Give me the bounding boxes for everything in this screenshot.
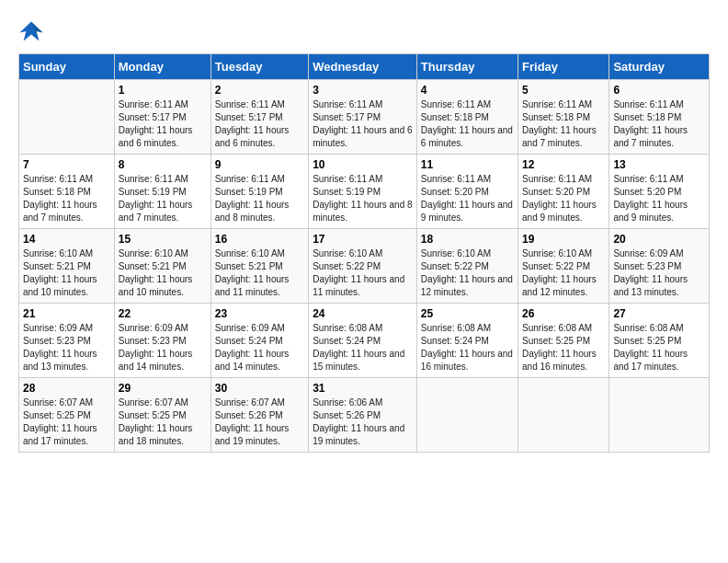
day-number: 12 <box>522 158 605 171</box>
calendar-cell: 26Sunrise: 6:08 AMSunset: 5:25 PMDayligh… <box>518 304 609 378</box>
day-number: 9 <box>215 158 304 171</box>
day-info: Sunrise: 6:10 AMSunset: 5:22 PMDaylight:… <box>421 247 514 299</box>
day-number: 23 <box>215 307 304 320</box>
day-number: 17 <box>313 233 413 246</box>
calendar-cell: 21Sunrise: 6:09 AMSunset: 5:23 PMDayligh… <box>19 304 115 378</box>
day-info: Sunrise: 6:07 AMSunset: 5:25 PMDaylight:… <box>23 396 110 448</box>
day-number: 6 <box>613 84 705 97</box>
day-info: Sunrise: 6:11 AMSunset: 5:17 PMDaylight:… <box>313 98 413 150</box>
day-info: Sunrise: 6:11 AMSunset: 5:17 PMDaylight:… <box>215 98 304 150</box>
day-info: Sunrise: 6:09 AMSunset: 5:23 PMDaylight:… <box>23 322 110 373</box>
day-number: 28 <box>23 382 110 395</box>
calendar-cell: 9Sunrise: 6:11 AMSunset: 5:19 PMDaylight… <box>210 155 308 229</box>
day-info: Sunrise: 6:11 AMSunset: 5:18 PMDaylight:… <box>613 98 705 150</box>
day-info: Sunrise: 6:07 AMSunset: 5:26 PMDaylight:… <box>215 396 304 448</box>
calendar-cell: 14Sunrise: 6:10 AMSunset: 5:21 PMDayligh… <box>19 229 115 304</box>
day-info: Sunrise: 6:10 AMSunset: 5:21 PMDaylight:… <box>119 247 207 299</box>
calendar-week-5: 28Sunrise: 6:07 AMSunset: 5:25 PMDayligh… <box>19 378 710 453</box>
calendar-cell: 18Sunrise: 6:10 AMSunset: 5:22 PMDayligh… <box>416 229 518 304</box>
calendar-cell: 22Sunrise: 6:09 AMSunset: 5:23 PMDayligh… <box>114 304 210 378</box>
day-number: 2 <box>215 84 304 97</box>
day-info: Sunrise: 6:10 AMSunset: 5:22 PMDaylight:… <box>522 247 605 299</box>
day-number: 20 <box>613 233 705 246</box>
day-info: Sunrise: 6:09 AMSunset: 5:23 PMDaylight:… <box>613 247 705 299</box>
day-info: Sunrise: 6:10 AMSunset: 5:21 PMDaylight:… <box>23 247 110 299</box>
day-number: 25 <box>421 307 514 320</box>
day-number: 29 <box>119 382 207 395</box>
day-info: Sunrise: 6:11 AMSunset: 5:18 PMDaylight:… <box>421 98 514 150</box>
day-info: Sunrise: 6:11 AMSunset: 5:17 PMDaylight:… <box>119 98 207 150</box>
calendar-cell: 19Sunrise: 6:10 AMSunset: 5:22 PMDayligh… <box>518 229 609 304</box>
calendar-cell: 4Sunrise: 6:11 AMSunset: 5:18 PMDaylight… <box>416 80 518 155</box>
weekday-header-thursday: Thursday <box>416 54 518 80</box>
calendar-cell: 5Sunrise: 6:11 AMSunset: 5:18 PMDaylight… <box>518 80 609 155</box>
day-info: Sunrise: 6:11 AMSunset: 5:20 PMDaylight:… <box>421 173 514 224</box>
logo-bird-icon <box>18 18 44 44</box>
day-info: Sunrise: 6:06 AMSunset: 5:26 PMDaylight:… <box>313 396 413 448</box>
day-info: Sunrise: 6:08 AMSunset: 5:25 PMDaylight:… <box>522 322 605 373</box>
day-number: 31 <box>313 382 413 395</box>
calendar-cell: 20Sunrise: 6:09 AMSunset: 5:23 PMDayligh… <box>609 229 710 304</box>
calendar-cell: 7Sunrise: 6:11 AMSunset: 5:18 PMDaylight… <box>19 155 115 229</box>
day-info: Sunrise: 6:10 AMSunset: 5:22 PMDaylight:… <box>313 247 413 299</box>
calendar-cell <box>19 80 115 155</box>
calendar-cell: 3Sunrise: 6:11 AMSunset: 5:17 PMDaylight… <box>309 80 417 155</box>
day-number: 18 <box>421 233 514 246</box>
calendar-week-4: 21Sunrise: 6:09 AMSunset: 5:23 PMDayligh… <box>19 304 710 378</box>
day-info: Sunrise: 6:10 AMSunset: 5:21 PMDaylight:… <box>215 247 304 299</box>
calendar-table: SundayMondayTuesdayWednesdayThursdayFrid… <box>18 53 710 453</box>
day-info: Sunrise: 6:11 AMSunset: 5:18 PMDaylight:… <box>522 98 605 150</box>
day-number: 8 <box>119 158 207 171</box>
day-number: 5 <box>522 84 605 97</box>
day-number: 1 <box>119 84 207 97</box>
day-info: Sunrise: 6:11 AMSunset: 5:20 PMDaylight:… <box>613 173 705 224</box>
weekday-header-saturday: Saturday <box>609 54 710 80</box>
day-number: 26 <box>522 307 605 320</box>
day-info: Sunrise: 6:11 AMSunset: 5:19 PMDaylight:… <box>215 173 304 224</box>
calendar-cell: 11Sunrise: 6:11 AMSunset: 5:20 PMDayligh… <box>416 155 518 229</box>
day-number: 11 <box>421 158 514 171</box>
day-info: Sunrise: 6:08 AMSunset: 5:24 PMDaylight:… <box>421 322 514 373</box>
calendar-cell: 6Sunrise: 6:11 AMSunset: 5:18 PMDaylight… <box>609 80 710 155</box>
calendar-cell: 12Sunrise: 6:11 AMSunset: 5:20 PMDayligh… <box>518 155 609 229</box>
day-number: 22 <box>119 307 207 320</box>
weekday-header-friday: Friday <box>518 54 609 80</box>
day-info: Sunrise: 6:08 AMSunset: 5:25 PMDaylight:… <box>613 322 705 373</box>
day-number: 15 <box>119 233 207 246</box>
weekday-header-wednesday: Wednesday <box>309 54 417 80</box>
weekday-header-tuesday: Tuesday <box>210 54 308 80</box>
weekday-header-sunday: Sunday <box>19 54 115 80</box>
calendar-week-3: 14Sunrise: 6:10 AMSunset: 5:21 PMDayligh… <box>19 229 710 304</box>
day-number: 21 <box>23 307 110 320</box>
calendar-cell: 30Sunrise: 6:07 AMSunset: 5:26 PMDayligh… <box>210 378 308 453</box>
day-number: 27 <box>613 307 705 320</box>
calendar-cell: 27Sunrise: 6:08 AMSunset: 5:25 PMDayligh… <box>609 304 710 378</box>
calendar-cell: 17Sunrise: 6:10 AMSunset: 5:22 PMDayligh… <box>309 229 417 304</box>
weekday-header-monday: Monday <box>114 54 210 80</box>
day-number: 16 <box>215 233 304 246</box>
day-info: Sunrise: 6:11 AMSunset: 5:19 PMDaylight:… <box>119 173 207 224</box>
calendar-cell: 31Sunrise: 6:06 AMSunset: 5:26 PMDayligh… <box>309 378 417 453</box>
calendar-cell <box>609 378 710 453</box>
calendar-week-2: 7Sunrise: 6:11 AMSunset: 5:18 PMDaylight… <box>19 155 710 229</box>
calendar-cell: 16Sunrise: 6:10 AMSunset: 5:21 PMDayligh… <box>210 229 308 304</box>
calendar-cell: 1Sunrise: 6:11 AMSunset: 5:17 PMDaylight… <box>114 80 210 155</box>
calendar-cell: 8Sunrise: 6:11 AMSunset: 5:19 PMDaylight… <box>114 155 210 229</box>
day-info: Sunrise: 6:09 AMSunset: 5:23 PMDaylight:… <box>119 322 207 373</box>
weekday-header-row: SundayMondayTuesdayWednesdayThursdayFrid… <box>19 54 710 80</box>
day-info: Sunrise: 6:11 AMSunset: 5:18 PMDaylight:… <box>23 173 110 224</box>
day-info: Sunrise: 6:09 AMSunset: 5:24 PMDaylight:… <box>215 322 304 373</box>
calendar-cell: 10Sunrise: 6:11 AMSunset: 5:19 PMDayligh… <box>309 155 417 229</box>
day-info: Sunrise: 6:11 AMSunset: 5:19 PMDaylight:… <box>313 173 413 224</box>
calendar-cell <box>416 378 518 453</box>
calendar-cell: 13Sunrise: 6:11 AMSunset: 5:20 PMDayligh… <box>609 155 710 229</box>
calendar-cell: 28Sunrise: 6:07 AMSunset: 5:25 PMDayligh… <box>19 378 115 453</box>
calendar-cell: 23Sunrise: 6:09 AMSunset: 5:24 PMDayligh… <box>210 304 308 378</box>
calendar-cell <box>518 378 609 453</box>
page-header <box>18 18 710 44</box>
day-number: 19 <box>522 233 605 246</box>
day-number: 13 <box>613 158 705 171</box>
calendar-week-1: 1Sunrise: 6:11 AMSunset: 5:17 PMDaylight… <box>19 80 710 155</box>
calendar-cell: 24Sunrise: 6:08 AMSunset: 5:24 PMDayligh… <box>309 304 417 378</box>
day-number: 7 <box>23 158 110 171</box>
